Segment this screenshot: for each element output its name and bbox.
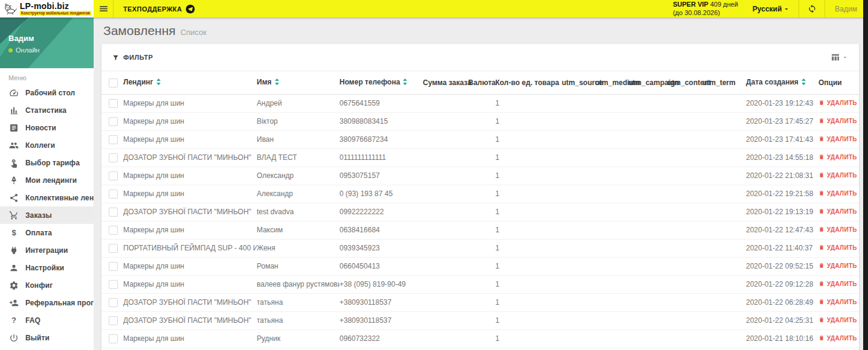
row-checkbox[interactable] (109, 99, 118, 108)
logo[interactable]: LP-mobi.biz Конструктор мобильных лендин… (0, 0, 94, 18)
col-created[interactable]: Дата создания (746, 71, 818, 95)
row-checkbox[interactable] (109, 153, 118, 162)
sidebar-item-collective-landings[interactable]: Коллективные лендинги (0, 189, 94, 206)
row-checkbox[interactable] (109, 334, 118, 343)
sidebar-item-settings[interactable]: Настройки (0, 259, 94, 276)
cell-utm-term (702, 185, 746, 203)
cell-utm-medium (595, 149, 628, 167)
sidebar: Вадим Онлайн Меню Рабочий стол Статистик… (0, 18, 94, 350)
cell-utm-content (667, 167, 702, 185)
cell-utm-source (562, 294, 595, 312)
cell-utm-source (562, 221, 595, 240)
cell-utm-medium (595, 258, 628, 276)
row-checkbox[interactable] (109, 298, 118, 307)
col-phone[interactable]: Номер телефона (339, 71, 423, 95)
language-selector[interactable]: Русский (744, 0, 799, 18)
row-checkbox[interactable] (109, 280, 118, 289)
refresh-button[interactable] (799, 0, 825, 18)
filter-button[interactable]: ФИЛЬТР (112, 54, 153, 61)
cell-quantity: 1 (495, 185, 562, 203)
sidebar-item-statistics[interactable]: Статистика (0, 101, 94, 119)
delete-button[interactable]: УДАЛИТЬ (818, 118, 857, 124)
table-row: Маркеры для шин Віктор 380988083415 1 20… (101, 113, 859, 131)
row-checkbox[interactable] (109, 117, 118, 126)
cell-name: ВЛАД ТЕСТ (257, 149, 339, 167)
vertical-scrollbar[interactable] (863, 0, 868, 350)
cell-utm-source (562, 185, 595, 203)
trash-icon (818, 100, 825, 106)
table-row: Маркеры для шин Иван 380976687234 1 2020… (101, 131, 859, 149)
delete-button[interactable]: УДАЛИТЬ (818, 244, 857, 251)
sidebar-item-my-landings[interactable]: Мои лендинги (0, 171, 94, 189)
menu-section-label: Меню (0, 68, 94, 84)
topbar-username[interactable]: Вадим (825, 0, 868, 18)
trash-icon (818, 190, 825, 196)
delete-button[interactable]: УДАЛИТЬ (818, 100, 857, 106)
row-checkbox[interactable] (109, 171, 118, 180)
page-head: Замовлення Список (103, 24, 859, 38)
delete-button[interactable]: УДАЛИТЬ (818, 154, 857, 161)
sidebar-item-news[interactable]: Новости (0, 119, 94, 136)
sidebar-item-payment[interactable]: $ Оплата (0, 224, 94, 241)
sidebar-item-referral[interactable]: Реферальная программа (0, 294, 94, 311)
select-all-checkbox[interactable] (109, 78, 118, 88)
sidebar-item-faq[interactable]: ? FAQ (0, 311, 94, 329)
delete-button[interactable]: УДАЛИТЬ (818, 299, 857, 305)
person-add-icon (8, 298, 19, 308)
cell-order-sum (423, 276, 468, 294)
cell-utm-source (562, 149, 595, 167)
row-checkbox[interactable] (109, 135, 118, 144)
cell-utm-source (562, 258, 595, 276)
delete-button[interactable]: УДАЛИТЬ (818, 136, 857, 142)
trash-icon (818, 244, 825, 250)
table-row: ДОЗАТОР ЗУБНОЇ ПАСТИ "МИНЬОН" test dvadv… (101, 203, 859, 221)
col-landing[interactable]: Лендинг (123, 71, 257, 95)
row-checkbox[interactable] (109, 262, 118, 271)
sidebar-item-colleagues[interactable]: Коллеги (0, 136, 94, 154)
sidebar-item-tariff[interactable]: Выбор тарифа (0, 154, 94, 171)
trash-icon (818, 335, 825, 341)
delete-button[interactable]: УДАЛИТЬ (818, 190, 857, 197)
delete-button[interactable]: УДАЛИТЬ (818, 262, 857, 269)
online-status-dot (8, 48, 13, 52)
delete-button[interactable]: УДАЛИТЬ (818, 172, 857, 179)
delete-button[interactable]: УДАЛИТЬ (818, 335, 857, 342)
cell-utm-campaign (628, 240, 667, 258)
cell-landing: Маркеры для шин (123, 348, 257, 350)
colleagues-icon (8, 141, 19, 150)
hamburger-menu-button[interactable] (94, 0, 114, 18)
columns-toggle-button[interactable] (831, 52, 848, 62)
row-checkbox[interactable] (109, 226, 118, 235)
cell-landing: Маркеры для шин (123, 330, 257, 348)
support-button[interactable]: ТЕХПОДДЕРЖКА (114, 0, 205, 18)
cell-utm-content (667, 276, 702, 294)
cell-utm-term (702, 330, 746, 348)
sidebar-item-config[interactable]: Конфиг (0, 276, 94, 294)
delete-button[interactable]: УДАЛИТЬ (818, 281, 857, 287)
row-checkbox[interactable] (109, 208, 118, 217)
row-checkbox[interactable] (109, 189, 118, 199)
cell-utm-medium (595, 131, 628, 149)
filter-funnel-icon (112, 54, 119, 61)
sidebar-item-dashboard[interactable]: Рабочий стол (0, 84, 94, 101)
row-checkbox[interactable] (109, 316, 118, 325)
row-checkbox[interactable] (109, 244, 118, 253)
cell-name: 0960732322 (257, 348, 339, 350)
table-row: Маркеры для шин 0960732322 2 1 2020-01-2… (101, 348, 859, 350)
sidebar-item-logout[interactable]: Выйти (0, 329, 94, 346)
delete-button[interactable]: УДАЛИТЬ (818, 208, 857, 215)
sidebar-item-integrations[interactable]: Интеграции (0, 241, 94, 259)
col-name[interactable]: Имя (257, 71, 339, 95)
question-icon: ? (8, 316, 19, 324)
trash-icon (818, 299, 825, 305)
delete-button[interactable]: УДАЛИТЬ (818, 317, 857, 323)
cell-options: УДАЛИТЬ (818, 276, 859, 294)
cell-utm-term (702, 113, 746, 131)
delete-button[interactable]: УДАЛИТЬ (818, 226, 857, 233)
chevron-down-icon (783, 5, 790, 13)
cell-name: Роман (257, 258, 339, 276)
cell-phone: 0953075157 (339, 167, 423, 185)
sidebar-item-orders[interactable]: Заказы (0, 206, 94, 224)
cell-utm-source (562, 330, 595, 348)
logo-subtitle: Конструктор мобильных лендингов (20, 11, 91, 16)
